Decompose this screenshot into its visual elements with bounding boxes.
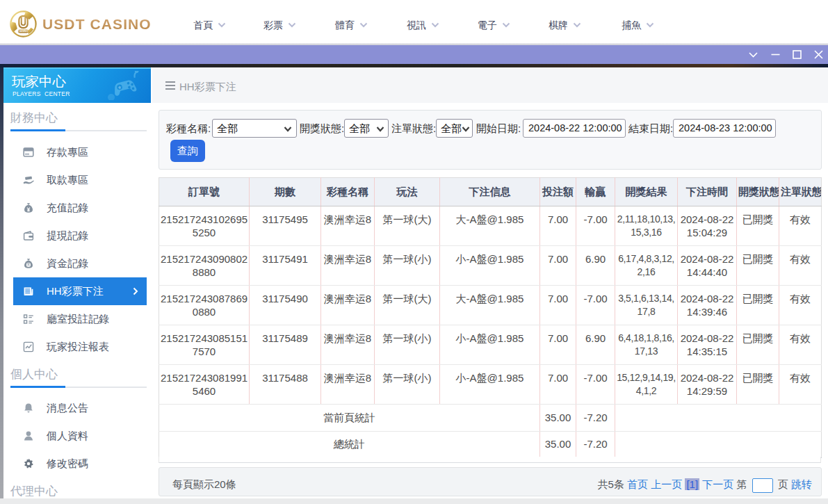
- svg-text:CASINO: CASINO: [19, 30, 29, 33]
